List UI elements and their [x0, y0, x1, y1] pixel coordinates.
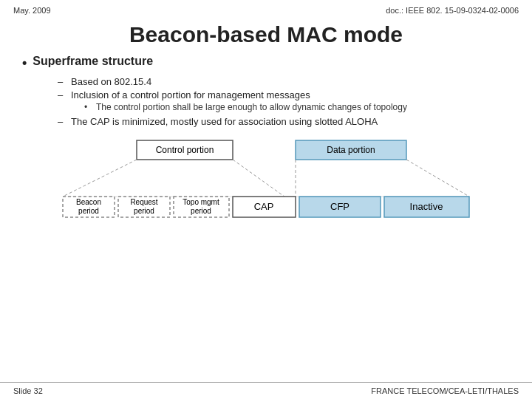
sub-list: – Based on 802.15.4 – Inclusion of a con…: [58, 76, 510, 127]
diagram-svg: Control portion Data portion Beacon peri…: [22, 137, 510, 219]
header-left: May. 2009: [13, 6, 51, 15]
title-section: Beacon-based MAC mode: [0, 18, 532, 55]
diagram-area: Control portion Data portion Beacon peri…: [15, 137, 517, 219]
cfp-label: CFP: [330, 201, 349, 212]
footer-org: FRANCE TELECOM/CEA-LETI/THALES: [371, 386, 519, 395]
list-item: – Inclusion of a control portion for man…: [58, 89, 510, 114]
connector-control-right: [233, 160, 284, 197]
connector-left: [63, 160, 137, 197]
main-bullet-label: Superframe structure: [33, 55, 153, 68]
page-title: Beacon-based MAC mode: [0, 22, 532, 47]
sub-item-text: Inclusion of a control portion for manag…: [71, 89, 407, 100]
bullet-dot: •: [22, 55, 27, 72]
control-portion-label: Control portion: [156, 145, 214, 155]
sub-item-text: The CAP is minimized, mostly used for as…: [71, 116, 378, 127]
topo-mgmt-label: Topo mgmt: [183, 198, 219, 206]
request-period-label: Request: [130, 198, 157, 206]
dash-icon: –: [58, 89, 66, 100]
content-area: • Superframe structure – Based on 802.15…: [0, 55, 532, 127]
data-portion-label: Data portion: [327, 145, 375, 155]
header-right: doc.: IEEE 802. 15-09-0324-02-0006: [386, 6, 519, 15]
topo-mgmt-label2: period: [191, 207, 211, 215]
beacon-period-label: Beacon: [76, 198, 101, 206]
dash-icon: –: [58, 76, 66, 87]
dash-icon: –: [58, 116, 66, 127]
sub-item-text: Based on 802.15.4: [71, 76, 151, 87]
inactive-label: Inactive: [410, 201, 443, 212]
footer: Slide 32 FRANCE TELECOM/CEA-LETI/THALES: [0, 382, 532, 399]
header: May. 2009 doc.: IEEE 802. 15-09-0324-02-…: [0, 0, 532, 18]
beacon-period-label2: period: [78, 207, 99, 215]
main-bullet: • Superframe structure: [22, 55, 510, 72]
cap-label: CAP: [254, 201, 274, 212]
list-item: – The CAP is minimized, mostly used for …: [58, 116, 510, 127]
request-period-label2: period: [134, 207, 154, 215]
list-item: – Based on 802.15.4: [58, 76, 510, 87]
connector-data-right: [406, 160, 469, 197]
bullet-small: •: [84, 102, 92, 112]
sub-sub-item: • The control portion shall be large eno…: [84, 102, 407, 112]
footer-slide: Slide 32: [13, 386, 43, 395]
sub-sub-text: The control portion shall be large enoug…: [96, 102, 407, 112]
